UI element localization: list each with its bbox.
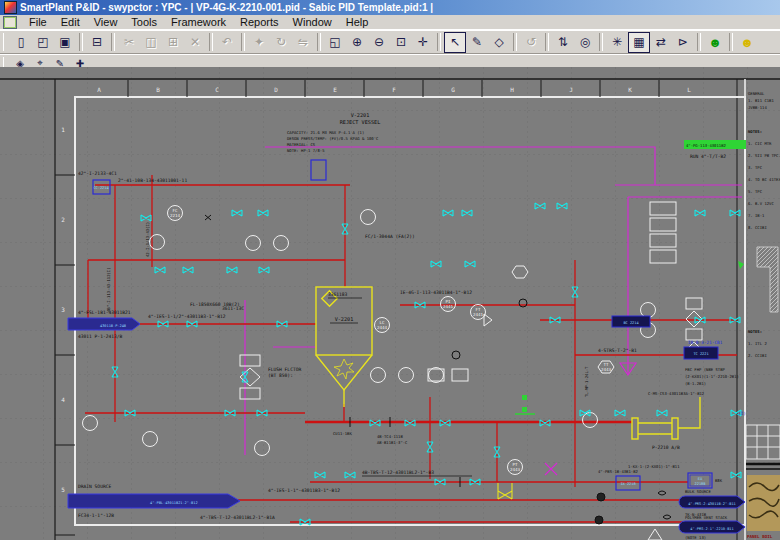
svg-text:7. IB-1: 7. IB-1 [748,213,765,218]
svg-text:(BT 850):: (BT 850): [268,373,293,378]
previous-view-button[interactable]: ✛ [412,32,434,53]
delete-button[interactable]: ✕ [184,32,206,53]
save-button[interactable]: ▣ [54,32,76,53]
svg-text:4"-IES-1-1/2"-43011B3-1"-B12: 4"-IES-1-1/2"-43011B3-1"-B12 [148,314,226,319]
svg-text:2441: 2441 [473,312,484,317]
edit-symbol-button[interactable]: ✎ [466,32,488,53]
svg-text:3361183: 3361183 [328,292,348,297]
zoom-in-button[interactable]: ⊕ [346,32,368,53]
menu-view[interactable]: View [87,16,125,28]
mirror-button[interactable]: ⇋ [292,32,314,53]
window-title: SmartPlant P&ID - swypctor : YPC - | VP-… [20,2,433,13]
svg-text:4B-TBS-T-12-43011BL2-1"-B3: 4B-TBS-T-12-43011BL2-1"-B3 [362,470,434,475]
svg-text:5: 5 [61,486,65,493]
svg-text:2"-41-10B-134-43011001-11: 2"-41-10B-134-43011001-11 [118,178,187,183]
menu-reports[interactable]: Reports [233,16,286,28]
paste-button[interactable]: ⊞ [162,32,184,53]
menu-framework[interactable]: Framework [164,16,233,28]
toolbar-separator [209,33,213,50]
print-button[interactable]: ⊟ [86,32,108,53]
svg-text:(2-KX01)(1-1"-2210-2B1): (2-KX01)(1-1"-2210-2B1) [685,374,739,379]
svg-text:REJECT VESSEL: REJECT VESSEL [340,119,381,125]
undo-button[interactable]: ↶ [216,32,238,53]
svg-text:2218B: 2218B [695,482,706,486]
zoom-out-button[interactable]: ⊖ [368,32,390,53]
document-icon[interactable] [3,16,17,29]
menu-tools[interactable]: Tools [124,16,164,28]
svg-text:DESGN PRESS/TEMP: (FV)/0.5 KPA: DESGN PRESS/TEMP: (FV)/0.5 KPAG & 100'C [287,136,379,141]
menu-file[interactable]: File [22,16,54,28]
svg-text:NOTE: HP-1 7/8-5: NOTE: HP-1 7/8-5 [287,148,325,153]
grid-display-button[interactable]: ▦ [628,32,650,53]
svg-text:H: H [510,86,514,93]
refresh-button[interactable]: ⇄ [650,32,672,53]
menu-edit[interactable]: Edit [54,16,87,28]
cut-button[interactable]: ✂ [118,32,140,53]
svg-text:3611-13C: 3611-13C [222,306,244,311]
svg-text:2444: 2444 [377,325,388,330]
svg-text:1. ITL 2: 1. ITL 2 [748,341,767,346]
svg-text:2: 2 [61,216,65,223]
svg-text:1-KX-1-(2-KX01)-1"-B11: 1-KX-1-(2-KX01)-1"-B11 [628,464,680,469]
svg-text:FBC FHP (NBE STBP: FBC FHP (NBE STBP [685,367,725,372]
fit-window-button[interactable]: ⊡ [390,32,412,53]
export-button[interactable]: ⊳ [672,32,694,53]
toolbar-separator [599,33,603,50]
svg-text:PANEL BOIL: PANEL BOIL [747,534,773,539]
validate-button[interactable]: ✳ [606,32,628,53]
toolbar-separator [545,33,549,50]
svg-text:DRAIN SOURCE: DRAIN SOURCE [78,484,111,489]
svg-text:1: 1 [61,126,65,133]
svg-text:C: C [215,86,219,93]
pan-button[interactable]: ↺ [520,32,542,53]
toolbar-separator [241,33,245,50]
svg-text:FLUSH FLCTOR: FLUSH FLCTOR [268,367,301,372]
svg-text:TL-MP-1-24L-T: TL-MP-1-24L-T [584,366,589,397]
sort-button[interactable]: ⇅ [552,32,574,53]
smartplant-pid-window: SmartPlant P&ID - swypctor : YPC - | VP-… [0,0,780,540]
svg-text:B8K: B8K [715,478,723,483]
attach-button[interactable]: ✦ [248,32,270,53]
svg-text:6. B.V 12VC: 6. B.V 12VC [748,201,774,206]
svg-text:CAPACITY: 21.6 M3 MAX P-4.: CAPACITY: 21.6 M3 MAX P-4.1 A (1) [287,130,364,135]
svg-text:POLYMER VENT STACK: POLYMER VENT STACK [685,515,728,520]
menu-help[interactable]: Help [339,16,376,28]
copy-button[interactable]: ◫ [140,32,162,53]
svg-text:AB-B11B1-3"-C: AB-B11B1-3"-C [377,440,408,445]
drawing-canvas[interactable]: A B C D E F G H J K L 1 2 3 4 5 [0,67,780,540]
find-button[interactable]: ◎ [574,32,596,53]
svg-text:NOTES:: NOTES: [748,129,762,134]
svg-text:2443: 2443 [601,367,612,372]
toolbar-separator [513,33,517,50]
svg-text:K: K [628,86,632,93]
svg-text:4"-PRS-2-1"-2210-B11: 4"-PRS-2-1"-2210-B11 [690,527,733,531]
toolbar-separator [729,33,733,50]
title-bar[interactable]: SmartPlant P&ID - swypctor : YPC - | VP-… [0,0,780,15]
svg-text:4"-PBL-43011B21-2"-B12: 4"-PBL-43011B21-2"-B12 [150,501,198,505]
rotate-button[interactable]: ↻ [270,32,292,53]
toolbar-grip[interactable] [3,33,7,51]
menu-window[interactable]: Window [286,16,339,28]
svg-text:43011B-P-24B: 43011B-P-24B [100,324,126,328]
consistency-warning-icon[interactable]: ☻ [736,32,758,53]
svg-text:4"-TBS-T-12-43011BL2-1"-B1A: 4"-TBS-T-12-43011BL2-1"-B1A [200,515,275,520]
svg-text:(I): (I) [738,411,746,416]
open-button[interactable]: ◰ [32,32,54,53]
svg-text:F: F [392,86,396,93]
svg-text:8. CCIBI: 8. CCIBI [748,225,767,230]
svg-text:42"-I-2133-4C1: 42"-I-2133-4C1 [78,171,117,176]
svg-text:4-STRS-T-2"-B1: 4-STRS-T-2"-B1 [598,348,637,353]
company-logo [747,475,780,531]
svg-text:BULK SOURCE: BULK SOURCE [685,489,711,494]
svg-text:2443: 2443 [510,467,521,472]
svg-text:3: 3 [61,306,65,313]
svg-text:CU11-1BK: CU11-1BK [333,431,352,436]
new-button[interactable]: ▯ [10,32,32,53]
zoom-area-button[interactable]: ◱ [324,32,346,53]
svg-text:C-MS-CS3-43011B3A-1"-B12: C-MS-CS3-43011B3A-1"-B12 [648,391,705,396]
toolbar-separator [111,33,115,50]
consistency-ok-icon[interactable]: ☻ [704,32,726,53]
select-tool-button[interactable]: ↖ [444,32,466,53]
svg-text:MATERIAL: CS: MATERIAL: CS [287,142,316,147]
place-opc-button[interactable]: ◇ [488,32,510,53]
